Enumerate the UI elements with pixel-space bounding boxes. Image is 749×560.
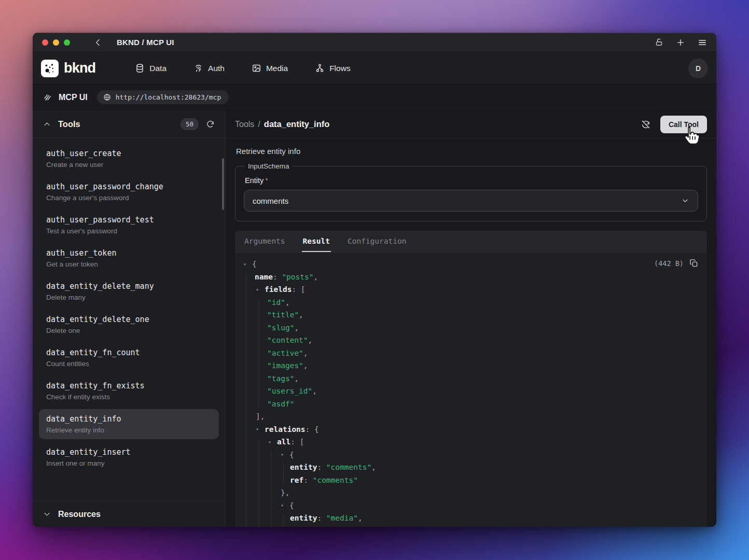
json-line: "tags", — [243, 372, 624, 385]
json-string: "content" — [267, 336, 308, 344]
refresh-icon — [206, 120, 215, 129]
tools-section-header[interactable]: Tools 50 — [33, 110, 225, 138]
entity-select[interactable]: comments — [244, 190, 698, 212]
tool-item-description: Change a user's password — [46, 194, 212, 202]
indent-guide — [271, 450, 271, 527]
refresh-tools-button[interactable] — [206, 120, 215, 129]
app-navbar: bknd Data Auth Media Flows D — [33, 52, 716, 85]
tool-list-item[interactable]: data_entity_delete_oneDelete one — [39, 310, 219, 340]
json-string: "asdf" — [267, 400, 294, 408]
tool-list-item[interactable]: auth_user_tokenGet a user token — [39, 243, 219, 273]
back-button[interactable] — [94, 38, 102, 47]
indent-guide — [258, 437, 259, 527]
mcp-url: http://localhost:28623/mcp — [116, 93, 221, 101]
sidebar-scrollbar-thumb[interactable] — [222, 158, 224, 210]
nav-item-media[interactable]: Media — [252, 63, 288, 73]
json-line: "title", — [243, 309, 624, 321]
indent-guide — [246, 272, 246, 527]
titlebar: BKND / MCP UI — [33, 33, 716, 52]
collapse-toggle-icon[interactable]: ▾ — [281, 502, 289, 508]
tool-item-description: Delete one — [46, 327, 212, 334]
json-line: name: "posts", — [243, 271, 624, 284]
breadcrumb-section[interactable]: Tools — [235, 120, 254, 129]
mcp-url-pill[interactable]: http://localhost:28623/mcp — [97, 90, 229, 104]
json-line: ref: "images" — [243, 525, 624, 527]
json-line: "slug", — [243, 321, 624, 334]
maximize-window-button[interactable] — [64, 39, 70, 46]
auto-refresh-off-button[interactable] — [641, 119, 651, 130]
call-tool-button[interactable]: Call Tool — [660, 116, 707, 133]
collapse-toggle-icon[interactable]: ▾ — [281, 452, 289, 457]
json-punctuation: : [ — [290, 438, 304, 446]
json-key: entity — [290, 514, 317, 522]
nav-item-data[interactable]: Data — [135, 63, 167, 73]
tool-item-name: auth_user_token — [46, 248, 212, 258]
tool-item-description: Check if entity exists — [46, 393, 212, 401]
chevron-left-icon — [94, 38, 102, 47]
json-punctuation: , — [294, 374, 299, 383]
tab-configuration[interactable]: Configuration — [346, 231, 408, 252]
json-punctuation: ], — [256, 412, 265, 421]
json-key: name — [255, 273, 273, 281]
bknd-logo[interactable]: bknd — [41, 60, 95, 77]
user-avatar[interactable]: D — [688, 59, 708, 78]
collapse-toggle-icon[interactable]: ▾ — [256, 426, 265, 432]
json-punctuation: , — [358, 514, 363, 522]
json-string: "id" — [267, 298, 285, 306]
json-line: "asdf" — [243, 398, 624, 411]
tool-item-description: Count entities — [46, 360, 212, 368]
json-punctuation: , — [308, 336, 313, 344]
layers-icon — [43, 93, 52, 102]
mcp-title: MCP UI — [59, 93, 88, 102]
nav-item-auth[interactable]: Auth — [193, 63, 225, 73]
chevron-up-icon — [43, 120, 51, 128]
json-line: }, — [243, 486, 624, 499]
tool-list-item[interactable]: auth_user_password_changeChange a user's… — [39, 177, 219, 207]
nav-item-flows[interactable]: Flows — [315, 63, 350, 73]
menu-icon[interactable] — [698, 38, 707, 47]
lock-open-icon[interactable] — [655, 38, 663, 47]
tool-list-item[interactable]: data_entity_fn_existsCheck if entity exi… — [39, 376, 219, 406]
tool-item-name: data_entity_insert — [46, 447, 212, 457]
tools-count-badge: 50 — [181, 118, 199, 130]
collapse-toggle-icon[interactable]: ▾ — [256, 287, 265, 292]
tool-list-item[interactable]: data_entity_delete_manyDelete many — [39, 276, 219, 306]
app-window: BKND / MCP UI bknd Data — [33, 33, 716, 527]
json-line: ▾relations: { — [243, 423, 624, 436]
json-string: "users_id" — [267, 387, 312, 395]
input-schema-fieldset: InputSchema Entity* comments — [235, 162, 707, 221]
tool-item-description: Insert one or many — [46, 459, 212, 467]
window-title: BKND / MCP UI — [117, 38, 174, 47]
resources-section-header[interactable]: Resources — [33, 501, 225, 527]
minimize-window-button[interactable] — [53, 39, 59, 46]
tool-list-item[interactable]: data_entity_insertInsert one or many — [39, 442, 219, 472]
tool-list-item[interactable]: data_entity_fn_countCount entities — [39, 343, 219, 373]
json-punctuation: : — [317, 514, 326, 522]
tool-item-name: data_entity_fn_count — [46, 348, 212, 357]
json-key: all — [277, 438, 290, 446]
nav-item-label: Auth — [208, 64, 225, 73]
tab-result[interactable]: Result — [302, 231, 331, 252]
fingerprint-icon — [193, 63, 203, 73]
json-line: ▾fields: [ — [243, 283, 624, 296]
tool-list-item[interactable]: auth_user_password_testTest a user's pas… — [39, 210, 219, 240]
json-punctuation: : — [303, 476, 312, 484]
json-line: entity: "media", — [243, 512, 624, 525]
tool-list-item[interactable]: auth_user_createCreate a new user — [39, 144, 219, 174]
json-key: fields — [265, 285, 292, 293]
json-punctuation: , — [285, 298, 290, 306]
collapse-toggle-icon[interactable]: ▾ — [243, 261, 252, 267]
new-tab-icon[interactable] — [676, 38, 685, 47]
tool-list-item[interactable]: data_entity_infoRetrieve entity info — [39, 409, 219, 439]
globe-icon — [103, 93, 111, 101]
breadcrumb-separator: / — [258, 120, 260, 129]
json-string: "posts" — [282, 273, 313, 281]
tabbar: Arguments Result Configuration — [235, 231, 707, 253]
json-punctuation: { — [289, 501, 294, 510]
tools-sidebar: Tools 50 auth_user_createCreate a new us… — [33, 110, 226, 527]
close-window-button[interactable] — [42, 39, 48, 46]
tools-list: auth_user_createCreate a new userauth_us… — [33, 138, 225, 501]
collapse-toggle-icon[interactable]: ▾ — [268, 439, 277, 445]
tab-arguments[interactable]: Arguments — [243, 231, 286, 252]
brand-wordmark: bknd — [64, 60, 95, 76]
